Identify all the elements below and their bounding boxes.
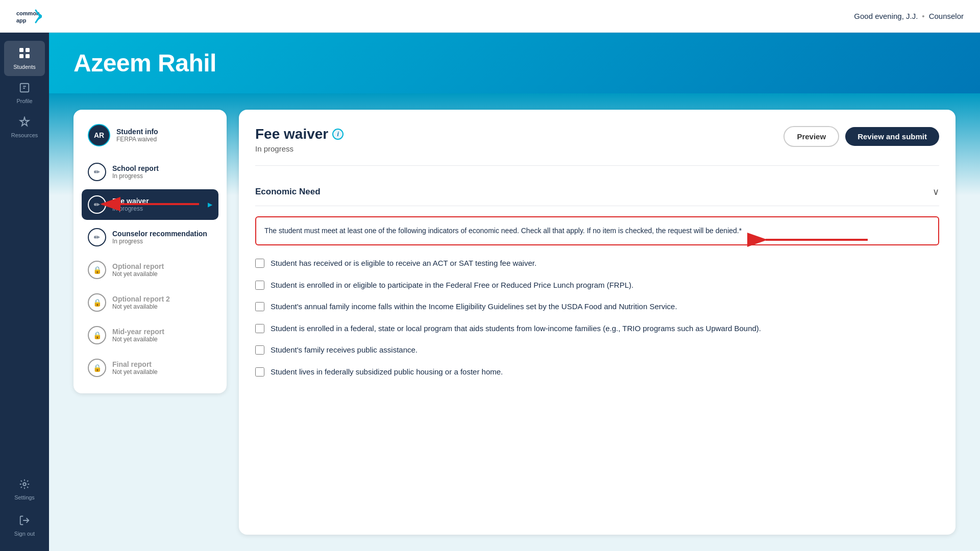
nav-item-title-counselor-rec: Counselor recommendation (112, 230, 212, 238)
role-label: Counselor (929, 12, 964, 20)
page-status: In progress (255, 144, 344, 153)
students-icon (18, 47, 31, 62)
resources-icon (19, 116, 30, 130)
nav-item-title-school-report: School report (112, 164, 212, 172)
alert-box: The student must meet at least one of th… (255, 216, 939, 245)
nav-item-final-report: 🔒 Final report Not yet available (82, 353, 218, 383)
checkbox-6[interactable] (255, 367, 264, 377)
checkbox-label-5: Student's family receives public assista… (271, 344, 418, 356)
nav-item-content-counselor-rec: Counselor recommendation In progress (112, 230, 212, 245)
fee-waiver-chevron: ▶ (208, 201, 212, 208)
sidebar-bottom: Settings Sign out (4, 472, 45, 551)
nav-item-title-final-report: Final report (112, 360, 212, 368)
sidebar-item-label-resources: Resources (11, 132, 38, 138)
header-actions: Preview Review and submit (783, 126, 939, 147)
checkbox-label-1: Student has received or is eligible to r… (271, 258, 536, 269)
avatar: AR (88, 124, 110, 146)
nav-item-title-optional-report-2: Optional report 2 (112, 295, 212, 303)
nav-item-content-final-report: Final report Not yet available (112, 360, 212, 375)
svg-rect-4 (19, 54, 23, 58)
nav-item-school-report[interactable]: ✏ School report In progress (82, 157, 218, 187)
signout-icon (19, 515, 30, 529)
nav-item-sub-optional-report: Not yet available (112, 270, 212, 278)
checkbox-item-6[interactable]: Student lives in federally subsidized pu… (255, 366, 939, 378)
page-title: Fee waiver i (255, 126, 344, 142)
optional-report-lock-icon: 🔒 (88, 261, 106, 279)
nav-item-content-mid-year: Mid-year report Not yet available (112, 328, 212, 343)
sidebar-item-signout[interactable]: Sign out (4, 509, 45, 543)
info-icon[interactable]: i (332, 129, 344, 140)
checkbox-item-4[interactable]: Student is enrolled in a federal, state … (255, 323, 939, 335)
nav-item-content-optional-report-2: Optional report 2 Not yet available (112, 295, 212, 310)
student-info-title: Student info (116, 128, 158, 136)
fee-waiver-icon: ✏ (88, 195, 106, 214)
school-report-icon: ✏ (88, 163, 106, 181)
nav-item-title-optional-report: Optional report (112, 262, 212, 270)
mid-year-lock-icon: 🔒 (88, 326, 106, 344)
sidebar-item-settings[interactable]: Settings (4, 472, 45, 507)
sidebar-item-label-profile: Profile (16, 98, 32, 104)
student-info-text: Student info FERPA waived (116, 128, 158, 143)
checkbox-label-4: Student is enrolled in a federal, state … (271, 323, 761, 335)
nav-item-optional-report: 🔒 Optional report Not yet available (82, 255, 218, 285)
sidebar-item-resources[interactable]: Resources (4, 110, 45, 144)
section-chevron-icon: ∨ (933, 186, 939, 197)
student-name: Azeem Rahil (74, 49, 955, 77)
nav-item-optional-report-2: 🔒 Optional report 2 Not yet available (82, 287, 218, 318)
content-body: AR Student info FERPA waived ✏ School re… (49, 93, 980, 551)
sidebar-item-label-students: Students (13, 64, 35, 70)
counselor-rec-icon: ✏ (88, 228, 106, 246)
nav-item-content-fee-waiver: Fee waiver In progress (112, 197, 202, 212)
section-header-economic-need[interactable]: Economic Need ∨ (255, 178, 939, 206)
main-content: Fee waiver i In progress Preview Review … (239, 110, 955, 535)
student-info-card[interactable]: AR Student info FERPA waived (82, 118, 218, 153)
checkbox-item-1[interactable]: Student has received or is eligible to r… (255, 258, 939, 269)
nav-item-content-optional-report: Optional report Not yet available (112, 262, 212, 278)
svg-rect-3 (26, 48, 30, 52)
sidebar-item-label-signout: Sign out (14, 531, 35, 537)
checkbox-4[interactable] (255, 324, 264, 333)
left-panel: AR Student info FERPA waived ✏ School re… (74, 110, 227, 393)
checkbox-item-3[interactable]: Student's annual family income falls wit… (255, 301, 939, 313)
svg-text:app: app (16, 17, 27, 23)
separator: • (922, 12, 924, 20)
student-info-sub: FERPA waived (116, 136, 158, 143)
nav-item-fee-waiver[interactable]: ✏ Fee waiver In progress ▶ (82, 189, 218, 220)
content-area: Azeem Rahil AR Student info FERPA waived (49, 33, 980, 551)
profile-icon (19, 82, 30, 96)
nav-item-sub-final-report: Not yet available (112, 368, 212, 375)
nav-item-content-school-report: School report In progress (112, 164, 212, 180)
top-right-nav: Good evening, J.J. • Counselor (854, 12, 964, 20)
final-report-lock-icon: 🔒 (88, 359, 106, 377)
preview-button[interactable]: Preview (783, 126, 839, 147)
logo-icon: common app (16, 6, 42, 27)
optional-report-2-lock-icon: 🔒 (88, 293, 106, 312)
nav-item-counselor-recommendation[interactable]: ✏ Counselor recommendation In progress (82, 222, 218, 253)
nav-item-sub-fee-waiver: In progress (112, 205, 202, 212)
page-title-area: Fee waiver i In progress (255, 126, 344, 153)
nav-item-mid-year-report: 🔒 Mid-year report Not yet available (82, 320, 218, 350)
nav-item-sub-mid-year: Not yet available (112, 336, 212, 343)
checkbox-item-2[interactable]: Student is enrolled in or eligible to pa… (255, 280, 939, 291)
divider (255, 165, 939, 166)
nav-item-title-fee-waiver: Fee waiver (112, 197, 202, 205)
checkbox-2[interactable] (255, 281, 264, 290)
left-sidebar: Students Profile Resources (0, 33, 49, 551)
review-submit-button[interactable]: Review and submit (845, 127, 939, 146)
checkbox-3[interactable] (255, 302, 264, 311)
checkbox-item-5[interactable]: Student's family receives public assista… (255, 344, 939, 356)
checkbox-label-2: Student is enrolled in or eligible to pa… (271, 280, 633, 291)
checkbox-5[interactable] (255, 345, 264, 355)
checkbox-1[interactable] (255, 259, 264, 268)
top-nav: common app Good evening, J.J. • Counselo… (0, 0, 980, 33)
sidebar-item-label-settings: Settings (14, 494, 35, 500)
sidebar-item-students[interactable]: Students (4, 41, 45, 76)
nav-item-sub-optional-report-2: Not yet available (112, 303, 212, 310)
checkbox-label-6: Student lives in federally subsidized pu… (271, 366, 503, 378)
settings-icon (19, 479, 30, 492)
checkbox-label-3: Student's annual family income falls wit… (271, 301, 677, 313)
greeting-text: Good evening, J.J. (854, 12, 918, 20)
sidebar-item-profile[interactable]: Profile (4, 76, 45, 110)
nav-item-title-mid-year: Mid-year report (112, 328, 212, 336)
alert-text: The student must meet at least one of th… (264, 226, 930, 236)
